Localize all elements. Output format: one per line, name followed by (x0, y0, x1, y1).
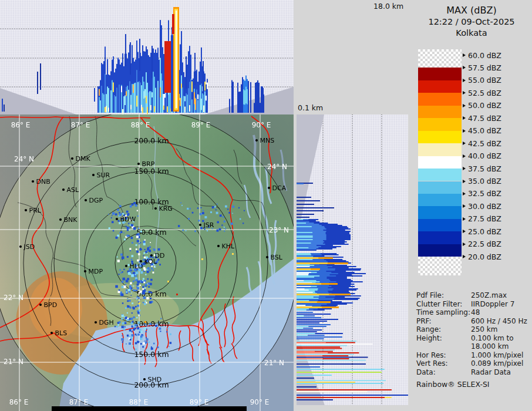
echo-cell (142, 249, 143, 250)
colorband (418, 131, 462, 143)
echo-bar (297, 240, 323, 241)
echo-bar (297, 300, 309, 301)
echo-cell (135, 328, 136, 329)
echo-bar (297, 319, 338, 320)
echo-bar (184, 107, 186, 113)
legend-entry-label: 37.5 dBZ (468, 164, 501, 173)
echo-bar (297, 197, 311, 198)
legend-tick-arrow-icon (463, 167, 466, 170)
echo-bar (172, 14, 174, 34)
echo-bar (193, 79, 194, 113)
echo-cell (150, 292, 152, 294)
lon-label: 90° E (252, 121, 271, 129)
bottom-bar (52, 406, 247, 411)
legend-entry: 55.0 dBZ (463, 76, 501, 85)
echo-cell (134, 279, 136, 281)
echo-bar (140, 82, 141, 113)
echo-cell (127, 319, 129, 321)
echo-cell (139, 248, 142, 251)
echo-bar (297, 277, 314, 278)
echo-bar (237, 83, 238, 113)
echo-bar (297, 299, 334, 300)
legend-tick-arrow-icon (463, 116, 466, 120)
info-value: 18.000 km (471, 342, 509, 351)
echo-bar (297, 280, 304, 281)
echo-cell (133, 227, 136, 230)
echo-cell (188, 218, 190, 220)
info-label: Hor Res: (416, 351, 446, 359)
echo-bar (120, 65, 121, 113)
echo-cell (201, 258, 203, 260)
station-label: BRP (142, 160, 155, 168)
echo-bar (207, 83, 208, 89)
echo-cell (123, 328, 126, 331)
echo-bar (297, 329, 322, 331)
echo-bar (116, 87, 117, 113)
station-dot (116, 218, 118, 220)
echo-bar (189, 105, 190, 112)
legend-tick-arrow-icon (463, 53, 466, 57)
colorband (418, 244, 462, 257)
echo-bar (297, 232, 312, 233)
legend-entry-label: 27.5 dBZ (468, 214, 501, 223)
echo-cell (147, 267, 150, 269)
legend-entry: 22.5 dBZ (463, 240, 501, 248)
echo-bar (297, 382, 355, 383)
legend-entry-label: 40.0 dBZ (468, 151, 501, 160)
echo-cell (144, 249, 146, 250)
echo-cell (132, 326, 133, 328)
echo-bar (187, 95, 188, 113)
station-label: DCA (272, 184, 287, 192)
legend-entry-label: 47.5 dBZ (468, 114, 501, 123)
echo-cell (144, 268, 146, 271)
echo-cell (146, 297, 149, 299)
echo-cell (117, 324, 119, 326)
echo-bar (243, 89, 244, 105)
echo-bar (142, 77, 143, 113)
lat-label: 24° N (14, 155, 34, 163)
echo-bar (297, 289, 309, 291)
echo-bar (297, 343, 373, 345)
echo-cell (132, 312, 133, 314)
echo-bar (202, 93, 203, 113)
echo-cell (128, 289, 130, 291)
echo-cell (126, 235, 129, 237)
echo-cell (144, 303, 146, 305)
echo-cell (131, 270, 132, 271)
station-dot (59, 218, 62, 221)
echo-cell (122, 322, 124, 325)
echo-cell (217, 230, 219, 232)
echo-bar (204, 82, 206, 90)
echo-cell (151, 265, 153, 267)
legend-entry: 52.5 dBZ (463, 89, 501, 97)
echo-bar (297, 244, 325, 245)
echo-bar (194, 92, 195, 104)
echo-cell (138, 297, 140, 299)
legend-entry: 57.5 dBZ (463, 63, 501, 72)
echo-bar (297, 378, 314, 379)
echo-bar (147, 107, 148, 114)
echo-cell (149, 291, 151, 293)
echo-cell (132, 321, 134, 322)
echo-bar (297, 259, 312, 260)
echo-bar (139, 81, 140, 113)
echo-bar (97, 86, 99, 113)
info-label: Data: (416, 368, 436, 376)
echo-cell (119, 269, 121, 271)
echo-cell (132, 242, 133, 244)
echo-bar (148, 92, 149, 113)
echo-cell (202, 212, 204, 214)
echo-bar (297, 230, 324, 231)
echo-cell (194, 230, 196, 232)
echo-cell (137, 240, 139, 242)
echo-bar (297, 395, 408, 396)
echo-cell (148, 341, 150, 343)
echo-bar (297, 224, 319, 225)
echo-bar (297, 360, 366, 361)
info-label: Clutter Filter: (416, 300, 462, 308)
colorband (418, 93, 462, 105)
echo-cell (159, 328, 161, 330)
colorband (418, 80, 462, 93)
station-dot (50, 332, 53, 334)
station-label: HLD (130, 262, 143, 270)
